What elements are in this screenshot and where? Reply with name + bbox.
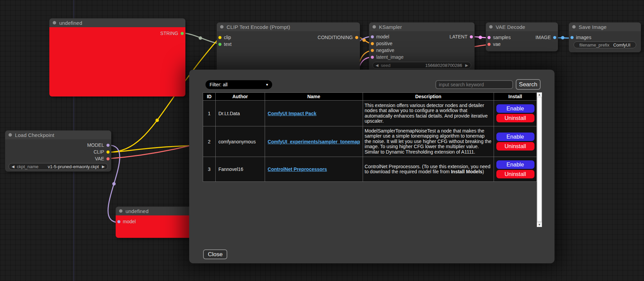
widget-name: seed bbox=[381, 63, 390, 68]
node-load-checkpoint[interactable]: Load Checkpoint MODEL CLIP VAE ◀ ckpt_na… bbox=[5, 130, 111, 172]
widget-value: v1-5-pruned-emaonly.ckpt bbox=[48, 164, 99, 169]
input-label: negative bbox=[376, 48, 394, 53]
table-scrollbar[interactable]: ▲ ▼ bbox=[537, 92, 542, 227]
search-input[interactable] bbox=[435, 80, 513, 89]
cell-author: Fannovel16 bbox=[215, 157, 265, 182]
collapse-dot-icon[interactable] bbox=[53, 21, 56, 24]
output-label: IMAGE bbox=[535, 35, 551, 40]
widget-name: filename_prefix bbox=[579, 42, 609, 48]
header-name: Name bbox=[265, 93, 363, 101]
input-label: samples bbox=[493, 35, 511, 40]
node-title: Save Image bbox=[579, 24, 607, 30]
extension-link[interactable]: ControlNet Preprocessors bbox=[268, 166, 327, 172]
scroll-up-icon[interactable]: ▲ bbox=[537, 92, 542, 97]
node-ksampler[interactable]: KSampler model LATENT positive negative … bbox=[369, 22, 475, 73]
clip-input-slot[interactable] bbox=[218, 36, 221, 39]
seed-widget[interactable]: ◀ seed 156680208700286 ▶ bbox=[373, 62, 471, 69]
scrollbar-thumb[interactable] bbox=[537, 97, 542, 222]
cell-description: ModelSamplerTonemapNoiseTest a node that… bbox=[363, 126, 494, 157]
node-title: CLIP Text Encode (Prompt) bbox=[227, 24, 290, 30]
model-input-slot[interactable] bbox=[117, 220, 120, 223]
input-label: vae bbox=[493, 41, 501, 47]
decrement-arrow-icon[interactable]: ◀ bbox=[12, 164, 14, 169]
cell-author: comfyanonymous bbox=[215, 126, 265, 157]
enable-button[interactable]: Enable bbox=[496, 104, 534, 113]
negative-input-slot[interactable] bbox=[371, 49, 374, 52]
extension-table: ID Author Name Description Install 1 Dr.… bbox=[203, 92, 537, 182]
cell-description: This extension offers various detector n… bbox=[363, 101, 494, 126]
positive-input-slot[interactable] bbox=[371, 42, 374, 45]
model-input-slot[interactable] bbox=[371, 35, 374, 38]
text-input-slot[interactable] bbox=[218, 43, 221, 46]
latent-image-input-slot[interactable] bbox=[371, 56, 374, 59]
table-row: 2 comfyanonymous ComfyUI_experiments/sam… bbox=[203, 126, 537, 157]
collapse-dot-icon[interactable] bbox=[489, 25, 493, 29]
enable-button[interactable]: Enable bbox=[496, 160, 534, 169]
output-label: LATENT bbox=[449, 34, 467, 39]
cell-description: ControlNet Preprocessors. (To use this e… bbox=[363, 157, 494, 182]
input-label: model bbox=[123, 219, 136, 224]
cell-install: Enable Uninstall bbox=[494, 157, 537, 182]
header-install: Install bbox=[494, 93, 537, 101]
output-label: VAE bbox=[95, 156, 104, 161]
ckpt-name-widget[interactable]: ◀ ckpt_name v1-5-pruned-emaonly.ckpt ▶ bbox=[9, 163, 108, 170]
extension-link[interactable]: ComfyUI Impact Pack bbox=[268, 111, 316, 116]
node-vae-decode[interactable]: VAE Decode samples IMAGE vae bbox=[486, 22, 558, 51]
header-description: Description bbox=[363, 93, 494, 101]
table-row: 3 Fannovel16 ControlNet Preprocessors Co… bbox=[203, 157, 537, 182]
output-label: STRING bbox=[160, 31, 178, 36]
header-id: ID bbox=[203, 93, 216, 101]
close-button[interactable]: Close bbox=[203, 249, 227, 259]
increment-arrow-icon[interactable]: ▶ bbox=[465, 63, 468, 68]
node-save-image[interactable]: Save Image images filename_prefix ComfyU… bbox=[569, 22, 641, 52]
node-title: undefined bbox=[59, 20, 82, 26]
widget-name: ckpt_name bbox=[17, 164, 38, 169]
increment-arrow-icon[interactable]: ▶ bbox=[102, 164, 105, 169]
filter-select[interactable]: Filter: all ▾ bbox=[205, 80, 272, 89]
collapse-dot-icon[interactable] bbox=[373, 25, 376, 29]
node-undefined-string[interactable]: undefined STRING bbox=[49, 18, 185, 96]
output-label: MODEL bbox=[87, 142, 104, 148]
node-title: VAE Decode bbox=[496, 24, 525, 30]
model-output-slot[interactable] bbox=[106, 144, 110, 147]
conditioning-output-slot[interactable] bbox=[355, 36, 358, 39]
cell-id: 1 bbox=[203, 101, 216, 126]
uninstall-button[interactable]: Uninstall bbox=[496, 114, 534, 122]
cell-id: 2 bbox=[203, 126, 216, 157]
scroll-down-icon[interactable]: ▼ bbox=[537, 223, 542, 227]
collapse-dot-icon[interactable] bbox=[9, 133, 12, 137]
collapse-dot-icon[interactable] bbox=[220, 25, 224, 29]
enable-button[interactable]: Enable bbox=[496, 133, 534, 141]
extension-manager-dialog: Filter: all ▾ Search ID Author Name Desc… bbox=[189, 70, 555, 263]
table-header-row: ID Author Name Description Install bbox=[203, 93, 537, 101]
cell-name: ComfyUI Impact Pack bbox=[265, 101, 363, 126]
node-graph-canvas[interactable]: undefined STRING CLIP Text Encode (Promp… bbox=[0, 0, 644, 281]
input-label: model bbox=[376, 34, 389, 39]
cell-name: ComfyUI_experiments/sampler_tonemap bbox=[265, 126, 363, 157]
uninstall-button[interactable]: Uninstall bbox=[496, 170, 534, 178]
image-output-slot[interactable] bbox=[553, 36, 556, 39]
collapse-dot-icon[interactable] bbox=[119, 209, 122, 213]
collapse-dot-icon[interactable] bbox=[572, 25, 576, 29]
samples-input-slot[interactable] bbox=[488, 36, 491, 39]
input-label: text bbox=[224, 41, 232, 47]
output-label: CONDITIONING bbox=[318, 35, 353, 40]
clip-output-slot[interactable] bbox=[106, 151, 110, 154]
vae-input-slot[interactable] bbox=[488, 43, 491, 46]
cell-name: ControlNet Preprocessors bbox=[265, 157, 363, 182]
node-title: Load Checkpoint bbox=[15, 132, 54, 138]
uninstall-button[interactable]: Uninstall bbox=[496, 142, 534, 151]
filename-prefix-widget[interactable]: filename_prefix ComfyUI bbox=[574, 41, 636, 48]
extension-link[interactable]: ComfyUI_experiments/sampler_tonemap bbox=[268, 139, 360, 144]
search-button[interactable]: Search bbox=[516, 79, 541, 90]
filter-selected-value: Filter: all bbox=[210, 82, 228, 87]
widget-value: 156680208700286 bbox=[425, 63, 462, 68]
latent-output-slot[interactable] bbox=[470, 35, 473, 38]
cell-author: Dr.Lt.Data bbox=[215, 101, 265, 126]
decrement-arrow-icon[interactable]: ◀ bbox=[376, 63, 378, 68]
input-label: clip bbox=[224, 35, 231, 40]
input-label: positive bbox=[376, 41, 392, 46]
images-input-slot[interactable] bbox=[571, 36, 574, 39]
string-output-slot[interactable] bbox=[181, 32, 184, 35]
vae-output-slot[interactable] bbox=[106, 157, 110, 160]
